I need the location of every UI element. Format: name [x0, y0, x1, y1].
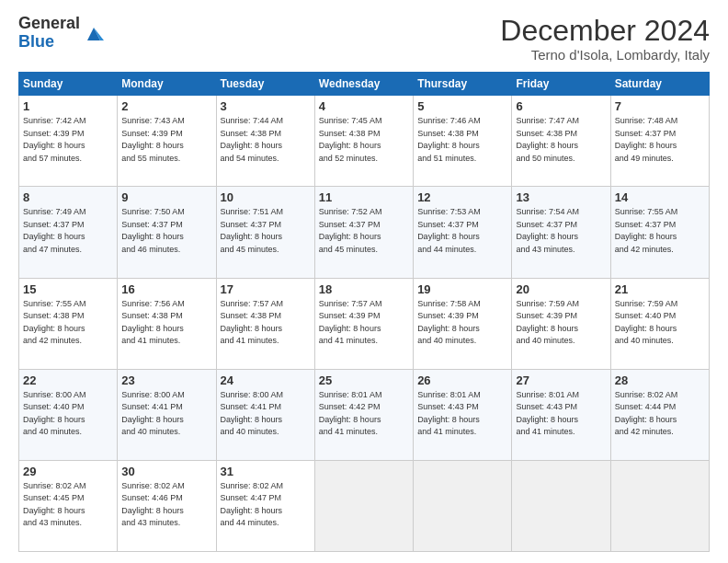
main-title: December 2024: [500, 15, 710, 47]
header-monday: Monday: [118, 73, 216, 96]
day-num-21: 21: [615, 282, 705, 296]
day-num-29: 29: [23, 465, 113, 478]
cell-empty-2: [414, 460, 512, 551]
cell-dec-16: 16 Sunrise: 7:56 AMSunset: 4:38 PMDaylig…: [118, 278, 216, 369]
cell-dec-4: 4 Sunrise: 7:45 AMSunset: 4:38 PMDayligh…: [314, 96, 413, 187]
day-num-18: 18: [319, 282, 409, 296]
logo: General Blue: [18, 15, 104, 52]
cell-dec-25: 25 Sunrise: 8:01 AMSunset: 4:42 PMDaylig…: [314, 369, 413, 460]
cell-dec-20: 20 Sunrise: 7:59 AMSunset: 4:39 PMDaylig…: [512, 278, 610, 369]
week-1: 1 Sunrise: 7:42 AMSunset: 4:39 PMDayligh…: [19, 96, 710, 187]
day-num-5: 5: [417, 99, 507, 113]
cell-dec-18: 18 Sunrise: 7:57 AMSunset: 4:39 PMDaylig…: [314, 278, 413, 369]
cell-dec-30: 30 Sunrise: 8:02 AMSunset: 4:46 PMDaylig…: [118, 460, 216, 551]
calendar-header-row: Sunday Monday Tuesday Wednesday Thursday…: [19, 73, 710, 96]
day-num-7: 7: [615, 99, 705, 113]
day-num-22: 22: [23, 373, 113, 387]
day-num-24: 24: [221, 373, 311, 387]
day-num-30: 30: [121, 465, 211, 478]
cell-dec-28: 28 Sunrise: 8:02 AMSunset: 4:44 PMDaylig…: [610, 369, 709, 460]
header-wednesday: Wednesday: [314, 73, 413, 96]
logo-blue: Blue: [18, 33, 80, 52]
calendar-table: Sunday Monday Tuesday Wednesday Thursday…: [18, 72, 710, 552]
cell-dec-14: 14 Sunrise: 7:55 AMSunset: 4:37 PMDaylig…: [610, 187, 709, 278]
day-num-20: 20: [516, 282, 606, 296]
day-num-26: 26: [417, 373, 507, 387]
day-num-3: 3: [221, 99, 311, 113]
cell-dec-11: 11 Sunrise: 7:52 AMSunset: 4:37 PMDaylig…: [314, 187, 413, 278]
day-num-6: 6: [516, 99, 606, 113]
day-num-8: 8: [23, 190, 113, 204]
week-3: 15 Sunrise: 7:55 AMSunset: 4:38 PMDaylig…: [19, 278, 710, 369]
day-num-25: 25: [319, 373, 409, 387]
header-saturday: Saturday: [610, 73, 709, 96]
cell-dec-7: 7 Sunrise: 7:48 AMSunset: 4:37 PMDayligh…: [610, 96, 709, 187]
day-num-17: 17: [221, 282, 311, 296]
day-num-9: 9: [121, 190, 211, 204]
cell-dec-31: 31 Sunrise: 8:02 AMSunset: 4:47 PMDaylig…: [216, 460, 314, 551]
cell-dec-13: 13 Sunrise: 7:54 AMSunset: 4:37 PMDaylig…: [512, 187, 610, 278]
day-num-1: 1: [23, 99, 113, 113]
cell-empty-4: [610, 460, 709, 551]
day-num-13: 13: [516, 190, 606, 204]
header-sunday: Sunday: [19, 73, 118, 96]
cell-dec-24: 24 Sunrise: 8:00 AMSunset: 4:41 PMDaylig…: [216, 369, 314, 460]
cell-text-1: Sunrise: 7:42 AMSunset: 4:39 PMDaylight:…: [23, 115, 113, 165]
week-5: 29 Sunrise: 8:02 AMSunset: 4:45 PMDaylig…: [19, 460, 710, 551]
cell-dec-10: 10 Sunrise: 7:51 AMSunset: 4:37 PMDaylig…: [216, 187, 314, 278]
day-num-27: 27: [516, 373, 606, 387]
day-num-2: 2: [121, 99, 211, 113]
logo-general: General: [18, 15, 80, 33]
logo-text: General Blue: [18, 15, 80, 52]
cell-dec-29: 29 Sunrise: 8:02 AMSunset: 4:45 PMDaylig…: [19, 460, 118, 551]
cell-dec-9: 9 Sunrise: 7:50 AMSunset: 4:37 PMDayligh…: [118, 187, 216, 278]
cell-empty-3: [512, 460, 610, 551]
header-thursday: Thursday: [414, 73, 512, 96]
cell-dec-22: 22 Sunrise: 8:00 AMSunset: 4:40 PMDaylig…: [19, 369, 118, 460]
day-num-23: 23: [121, 373, 211, 387]
title-block: December 2024 Terno d'Isola, Lombardy, I…: [500, 15, 710, 63]
day-num-15: 15: [23, 282, 113, 296]
cell-dec-5: 5 Sunrise: 7:46 AMSunset: 4:38 PMDayligh…: [414, 96, 512, 187]
week-2: 8 Sunrise: 7:49 AMSunset: 4:37 PMDayligh…: [19, 187, 710, 278]
day-num-11: 11: [319, 190, 409, 204]
logo-icon: [84, 24, 104, 44]
day-num-28: 28: [615, 373, 705, 387]
day-num-10: 10: [221, 190, 311, 204]
day-num-12: 12: [417, 190, 507, 204]
day-num-14: 14: [615, 190, 705, 204]
cell-dec-12: 12 Sunrise: 7:53 AMSunset: 4:37 PMDaylig…: [414, 187, 512, 278]
week-4: 22 Sunrise: 8:00 AMSunset: 4:40 PMDaylig…: [19, 369, 710, 460]
cell-dec-3: 3 Sunrise: 7:44 AMSunset: 4:38 PMDayligh…: [216, 96, 314, 187]
cell-dec-6: 6 Sunrise: 7:47 AMSunset: 4:38 PMDayligh…: [512, 96, 610, 187]
cell-dec-19: 19 Sunrise: 7:58 AMSunset: 4:39 PMDaylig…: [414, 278, 512, 369]
cell-dec-15: 15 Sunrise: 7:55 AMSunset: 4:38 PMDaylig…: [19, 278, 118, 369]
cell-dec-1: 1 Sunrise: 7:42 AMSunset: 4:39 PMDayligh…: [19, 96, 118, 187]
page: General Blue December 2024 Terno d'Isola…: [0, 0, 728, 563]
cell-dec-26: 26 Sunrise: 8:01 AMSunset: 4:43 PMDaylig…: [414, 369, 512, 460]
day-num-31: 31: [221, 465, 311, 478]
cell-dec-8: 8 Sunrise: 7:49 AMSunset: 4:37 PMDayligh…: [19, 187, 118, 278]
day-num-16: 16: [121, 282, 211, 296]
header: General Blue December 2024 Terno d'Isola…: [18, 15, 710, 63]
day-num-19: 19: [417, 282, 507, 296]
day-num-4: 4: [319, 99, 409, 113]
header-tuesday: Tuesday: [216, 73, 314, 96]
subtitle: Terno d'Isola, Lombardy, Italy: [500, 47, 710, 63]
cell-dec-27: 27 Sunrise: 8:01 AMSunset: 4:43 PMDaylig…: [512, 369, 610, 460]
cell-dec-23: 23 Sunrise: 8:00 AMSunset: 4:41 PMDaylig…: [118, 369, 216, 460]
cell-dec-17: 17 Sunrise: 7:57 AMSunset: 4:38 PMDaylig…: [216, 278, 314, 369]
cell-empty-1: [314, 460, 413, 551]
header-friday: Friday: [512, 73, 610, 96]
cell-dec-2: 2 Sunrise: 7:43 AMSunset: 4:39 PMDayligh…: [118, 96, 216, 187]
cell-dec-21: 21 Sunrise: 7:59 AMSunset: 4:40 PMDaylig…: [610, 278, 709, 369]
